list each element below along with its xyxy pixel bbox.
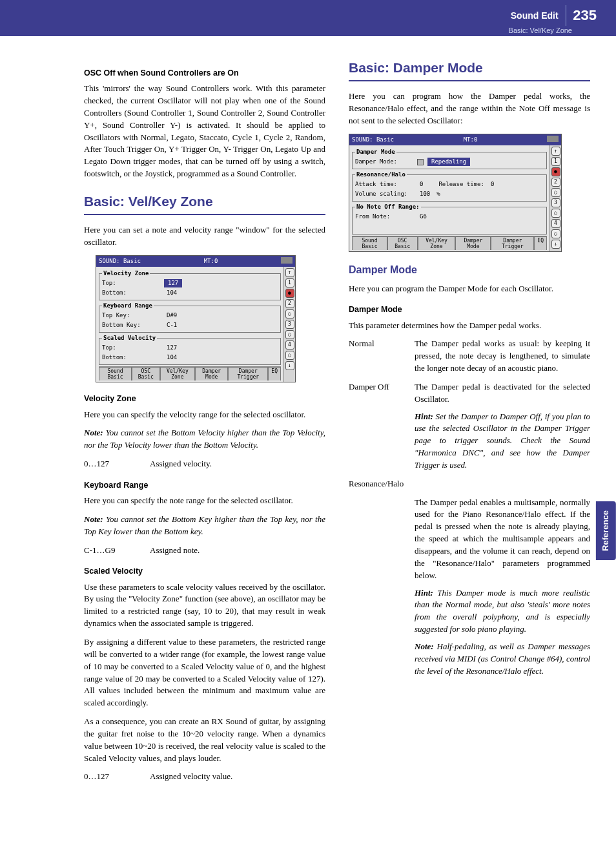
osc-slot-3[interactable]: 3 bbox=[551, 198, 560, 207]
para-dm-sub: Here you can program the Damper Mode for… bbox=[349, 283, 590, 295]
tab-velkey-zone[interactable]: Vel/Key Zone bbox=[418, 236, 456, 250]
osc-slot-3[interactable]: 3 bbox=[285, 320, 294, 329]
group-resonance-halo: Resonance/Halo Attack time:0 Release tim… bbox=[352, 171, 547, 202]
shot1-tabs: Sound Basic OSC Basic Vel/Key Zone Dampe… bbox=[99, 366, 281, 381]
term-normal: Normal bbox=[349, 338, 406, 375]
group-velocity-zone: Velocity Zone Top:127 Bottom:104 bbox=[99, 269, 281, 300]
label-volume-scaling: Volume scaling: bbox=[355, 190, 413, 198]
value-sv-bottom[interactable]: 104 bbox=[164, 353, 180, 362]
value-kr-top[interactable]: D#9 bbox=[164, 311, 180, 320]
row-resonance-halo: Resonance/Halo bbox=[349, 478, 590, 490]
screenshot-velkey-zone: SOUND: Basic MT:0 Velocity Zone Top:127 … bbox=[96, 255, 296, 382]
osc-slot-4-indicator[interactable]: ○ bbox=[285, 351, 294, 360]
para-heading-damper-mode: Damper Mode bbox=[349, 304, 590, 315]
unit-percent: % bbox=[436, 190, 440, 198]
hint-resonance-halo: This Damper mode is much more realistic … bbox=[415, 588, 590, 634]
group-scaled-velocity: Scaled Velocity Top:127 Bottom:104 bbox=[99, 334, 281, 365]
chevron-down-icon[interactable] bbox=[417, 159, 424, 165]
osc-slot-2-indicator[interactable]: ○ bbox=[285, 309, 294, 318]
note-velocity-zone: Note: You cannot set the Bottom Velocity… bbox=[84, 427, 325, 452]
legend-scaled-velocity: Scaled Velocity bbox=[102, 334, 157, 342]
value-from-note[interactable]: G6 bbox=[417, 213, 429, 221]
right-column: Basic: Damper Mode Here you can program … bbox=[349, 58, 590, 789]
rule bbox=[84, 214, 325, 215]
arrow-down-icon[interactable]: ↓ bbox=[285, 361, 294, 370]
para-damper-intro: Here you can program how the Damper peda… bbox=[349, 90, 590, 127]
tab-velkey-zone[interactable]: Vel/Key Zone bbox=[160, 367, 196, 381]
osc-slot-1[interactable]: 1 bbox=[285, 278, 294, 287]
tab-sound-basic[interactable]: Sound Basic bbox=[352, 236, 387, 250]
osc-slot-3-indicator[interactable]: ○ bbox=[551, 209, 560, 218]
para-velocity-zone: Here you can specify the velocity range … bbox=[84, 409, 325, 421]
tab-osc-basic[interactable]: OSC Basic bbox=[387, 236, 418, 250]
group-keyboard-range: Keyboard Range Top Key:D#9 Bottom Key:C-… bbox=[99, 302, 281, 333]
tab-damper-trigger[interactable]: Damper Trigger bbox=[491, 236, 534, 250]
hint-label: Hint: bbox=[415, 588, 433, 598]
def-keyboard-range: Assigned note. bbox=[150, 545, 325, 557]
osc-slot-3-indicator[interactable]: ○ bbox=[285, 330, 294, 339]
range-scaled-velocity: 0…127 Assigned velocity value. bbox=[84, 771, 325, 783]
value-attack-time[interactable]: 0 bbox=[417, 180, 426, 189]
tab-sound-basic[interactable]: Sound Basic bbox=[99, 367, 132, 381]
menu-icon[interactable] bbox=[281, 257, 293, 264]
osc-slot-1-indicator[interactable]: ● bbox=[551, 167, 560, 176]
note-label: Note: bbox=[84, 514, 103, 524]
tab-damper-trigger[interactable]: Damper Trigger bbox=[228, 367, 268, 381]
header-page-number: 235 bbox=[566, 5, 597, 26]
shot2-tabs: Sound Basic OSC Basic Vel/Key Zone Dampe… bbox=[352, 236, 547, 250]
osc-slot-2-indicator[interactable]: ○ bbox=[551, 188, 560, 197]
value-damper-mode[interactable]: Repedaling bbox=[427, 158, 470, 166]
header-chapter: Sound Edit bbox=[511, 9, 564, 22]
def-resonance-halo: The Damper pedal enables a multisample, … bbox=[415, 497, 590, 678]
left-column: OSC Off when Sound Controllers are On Th… bbox=[84, 58, 325, 789]
tab-osc-basic[interactable]: OSC Basic bbox=[132, 367, 160, 381]
note-velocity-zone-text: You cannot set the Bottom Velocity highe… bbox=[84, 428, 325, 450]
heading-velocity-zone: Velocity Zone bbox=[84, 393, 325, 404]
osc-slot-2[interactable]: 2 bbox=[285, 299, 294, 308]
osc-slot-1[interactable]: 1 bbox=[551, 157, 560, 166]
para-velkey-intro: Here you can set a note and velocity ran… bbox=[84, 224, 325, 249]
value-vz-bottom[interactable]: 104 bbox=[164, 289, 180, 297]
tab-damper-mode[interactable]: Damper Mode bbox=[455, 236, 491, 250]
tab-eq[interactable]: EQ bbox=[268, 367, 281, 381]
label-damper-mode: Damper Mode: bbox=[355, 158, 413, 166]
tab-eq[interactable]: EQ bbox=[534, 236, 547, 250]
legend-damper-mode: Damper Mode bbox=[355, 148, 396, 156]
arrow-up-icon[interactable]: ↑ bbox=[551, 147, 560, 156]
tab-damper-mode[interactable]: Damper Mode bbox=[195, 367, 228, 381]
def-scaled-velocity: Assigned velocity value. bbox=[150, 771, 325, 783]
value-kr-bottom[interactable]: C-1 bbox=[164, 321, 180, 329]
label-kr-bottom: Bottom Key: bbox=[102, 321, 160, 329]
menu-icon[interactable] bbox=[547, 136, 559, 142]
osc-slot-1-indicator[interactable]: ● bbox=[285, 289, 294, 298]
osc-slot-4-indicator[interactable]: ○ bbox=[551, 229, 560, 238]
para-scaled-3: As a consequence, you can create an RX S… bbox=[84, 716, 325, 764]
header-subtitle: Basic: Vel/Key Zone bbox=[509, 26, 597, 36]
shot1-osc-sidebar: ↑ 1 ● 2 ○ 3 ○ 4 ○ ↓ bbox=[283, 267, 295, 382]
legend-keyboard-range: Keyboard Range bbox=[102, 302, 154, 310]
para-scaled-2: By assigning a different value to these … bbox=[84, 636, 325, 709]
hint-damper-off: Set the Damper to Damper Off, if you pla… bbox=[415, 412, 590, 470]
rule bbox=[349, 80, 590, 81]
row-resonance-halo-def: The Damper pedal enables a multisample, … bbox=[349, 497, 590, 678]
def-resonance-halo-text: The Damper pedal enables a multisample, … bbox=[415, 497, 590, 580]
def-velocity-range: Assigned velocity. bbox=[150, 458, 325, 470]
shot2-title-left: SOUND: Basic bbox=[352, 136, 394, 144]
shot1-title-right: MT:0 bbox=[204, 257, 218, 266]
label-vz-top: Top: bbox=[102, 279, 160, 287]
arrow-down-icon[interactable]: ↓ bbox=[551, 240, 560, 249]
osc-slot-4[interactable]: 4 bbox=[551, 219, 560, 228]
note-label: Note: bbox=[84, 428, 103, 437]
heading-keyboard-range: Keyboard Range bbox=[84, 479, 325, 491]
osc-slot-4[interactable]: 4 bbox=[285, 340, 294, 349]
heading-velkey-zone: Basic: Vel/Key Zone bbox=[84, 192, 325, 211]
legend-no-note-off: No Note Off Range: bbox=[355, 203, 421, 211]
note-label: Note: bbox=[415, 642, 434, 651]
osc-slot-2[interactable]: 2 bbox=[551, 178, 560, 187]
value-vz-top[interactable]: 127 bbox=[164, 279, 182, 287]
row-damper-off: Damper Off The Damper pedal is deactivat… bbox=[349, 381, 590, 472]
arrow-up-icon[interactable]: ↑ bbox=[285, 268, 294, 277]
value-release-time[interactable]: 0 bbox=[488, 180, 497, 189]
value-sv-top[interactable]: 127 bbox=[164, 344, 180, 352]
value-volume-scaling[interactable]: 100 bbox=[417, 190, 433, 198]
